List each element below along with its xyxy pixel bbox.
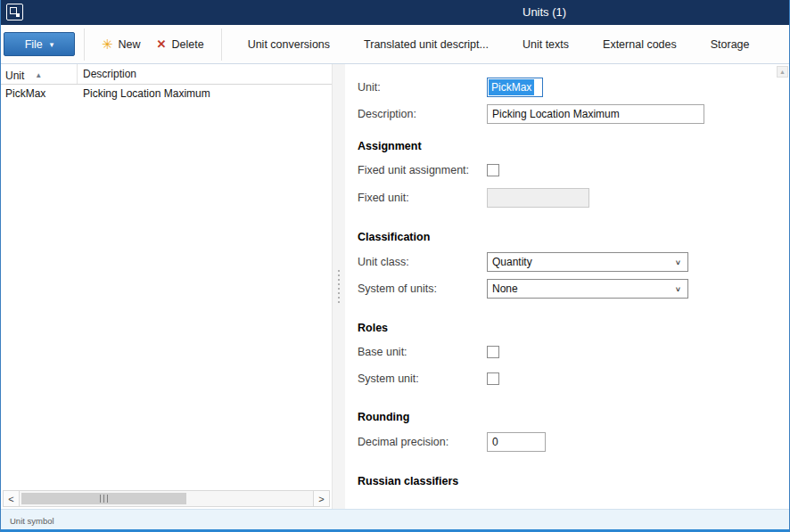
section-header-russian-classifiers: Russian classifiers [358,475,789,487]
scrollbar-grip [107,495,108,503]
sort-ascending-icon: ▲ [35,71,42,79]
unit-input[interactable]: PickMax [487,78,543,97]
cell-unit: PickMax [1,85,78,102]
menu-item-unit-conversions[interactable]: Unit conversions [248,38,330,51]
base-unit-row: Base unit: [358,343,789,361]
system-unit-checkbox[interactable] [487,372,499,385]
app-icon [6,4,23,20]
grid-header-row: Unit ▲ Description [1,64,332,85]
fixed-unit-row: Fixed unit: [358,188,789,208]
column-header-unit[interactable]: Unit ▲ [1,64,78,84]
fixed-unit-assignment-row: Fixed unit assignment: [358,161,789,179]
fixed-unit-assignment-label: Fixed unit assignment: [358,164,487,176]
scroll-right-icon: > [318,494,324,504]
base-unit-label: Base unit: [358,346,487,358]
decimal-precision-input[interactable] [487,432,546,452]
horizontal-scrollbar[interactable]: < > [3,490,330,507]
table-row[interactable]: PickMax Picking Location Maximum [1,85,332,102]
fixed-unit-assignment-checkbox[interactable] [487,164,499,176]
column-header-description[interactable]: Description [78,64,332,84]
menu-item-unit-texts[interactable]: Unit texts [523,38,569,51]
unit-class-row: Unit class: Quantity ∨ [358,252,789,272]
app-icon-glyph-dot [16,13,20,17]
chevron-down-icon: ∨ [675,258,681,266]
system-of-units-label: System of units: [358,282,487,295]
file-menu-button[interactable]: File ▾ [4,32,75,56]
fixed-unit-label: Fixed unit: [358,192,487,204]
chevron-down-icon: ▾ [50,40,54,49]
menu-item-external-codes[interactable]: External codes [603,38,677,51]
unit-class-value: Quantity [492,256,532,268]
file-menu-label: File [25,38,43,51]
unit-class-dropdown[interactable]: Quantity ∨ [487,252,688,272]
toolbar-separator [221,29,222,61]
toolbar: File ▾ ✳ New ✕ Delete Unit conversions T… [1,25,789,64]
new-button-label: New [119,38,141,51]
title-bar: Units (1) [1,0,789,25]
system-of-units-dropdown[interactable]: None ∨ [487,279,688,299]
section-header-assignment: Assignment [358,140,789,152]
scroll-right-button[interactable]: > [313,491,329,506]
scrollbar-track[interactable] [20,491,313,506]
status-text: Unit symbol [10,516,54,526]
section-header-roles: Roles [358,322,789,334]
section-header-rounding: Rounding [358,411,789,423]
units-grid-pane: Unit ▲ Description PickMax Picking Locat… [1,64,333,509]
description-input[interactable] [487,104,704,124]
unit-class-label: Unit class: [358,256,487,268]
delete-button-label: Delete [172,38,204,51]
menu-item-storage[interactable]: Storage [711,38,750,51]
cell-description: Picking Location Maximum [78,85,332,102]
description-field-label: Description: [358,108,487,120]
scrollbar-thumb[interactable] [21,493,186,504]
new-icon: ✳ [102,37,113,51]
unit-input-selected-text: PickMax [489,79,534,95]
splitter-grip-icon [338,270,340,303]
unit-field-row: Unit: PickMax [358,78,789,97]
system-of-units-row: System of units: None ∨ [358,279,789,299]
delete-button[interactable]: ✕ Delete [149,34,212,55]
system-unit-label: System unit: [358,372,487,385]
decimal-precision-label: Decimal precision: [358,436,487,448]
description-field-row: Description: [358,104,789,124]
system-unit-row: System unit: [358,370,789,388]
new-button[interactable]: ✳ New [94,33,149,55]
decimal-precision-row: Decimal precision: [358,432,789,452]
unit-field-label: Unit: [358,81,487,94]
chevron-down-icon: ∨ [675,285,681,293]
scroll-left-button[interactable]: < [4,491,20,506]
window-title: Units (1) [523,5,566,19]
fixed-unit-input [487,188,589,208]
status-bar: Unit symbol [1,509,789,532]
scrollbar-grip [103,495,104,503]
pane-splitter[interactable] [333,64,345,509]
unit-details-form: Unit: PickMax Description: Assignment Fi… [345,64,789,509]
scroll-up-button[interactable]: ▲ [777,66,788,78]
menu-item-translated-unit-descriptions[interactable]: Translated unit descript... [364,38,489,51]
base-unit-checkbox[interactable] [487,346,499,358]
delete-icon: ✕ [157,38,167,50]
scroll-up-icon: ▲ [779,69,786,75]
scrollbar-grip [100,495,101,503]
toolbar-separator [84,29,85,61]
system-of-units-value: None [492,282,518,295]
section-header-classification: Classification [358,231,789,243]
units-window: Units (1) File ▾ ✳ New ✕ Delete Unit con… [0,0,790,532]
column-header-description-label: Description [83,68,136,80]
column-header-unit-label: Unit [5,70,24,82]
scroll-left-icon: < [8,494,13,504]
